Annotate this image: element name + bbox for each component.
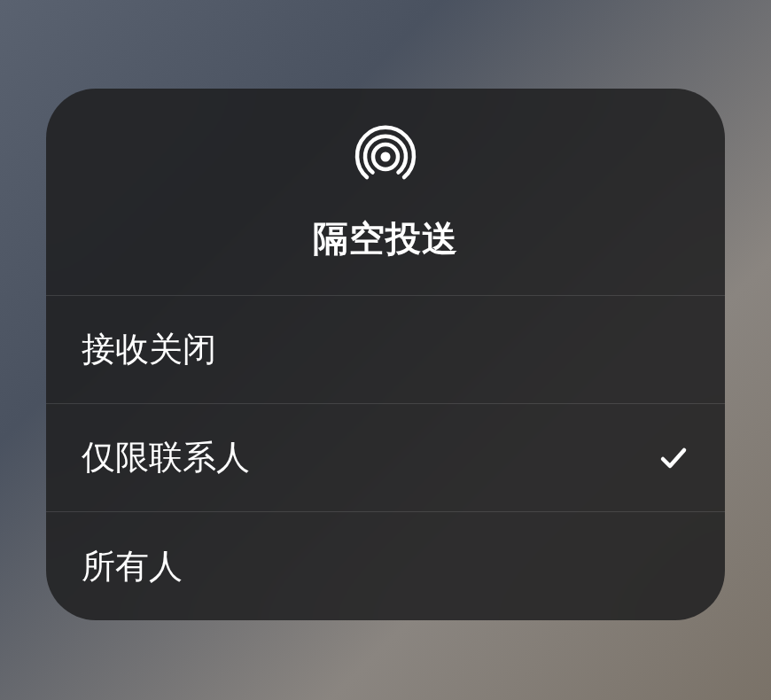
- options-list: 接收关闭 仅限联系人 所有人: [46, 296, 725, 620]
- option-receiving-off[interactable]: 接收关闭: [46, 296, 725, 404]
- option-contacts-only[interactable]: 仅限联系人: [46, 404, 725, 512]
- option-label: 仅限联系人: [82, 435, 250, 480]
- option-everyone[interactable]: 所有人: [46, 512, 725, 620]
- airdrop-icon: [353, 124, 418, 190]
- option-label: 接收关闭: [82, 327, 216, 372]
- svg-point-0: [381, 152, 391, 162]
- checkmark-icon: [658, 442, 689, 474]
- panel-title: 隔空投送: [313, 214, 458, 263]
- option-label: 所有人: [82, 544, 183, 589]
- airdrop-panel: 隔空投送 接收关闭 仅限联系人 所有人: [46, 89, 725, 620]
- panel-header: 隔空投送: [46, 89, 725, 296]
